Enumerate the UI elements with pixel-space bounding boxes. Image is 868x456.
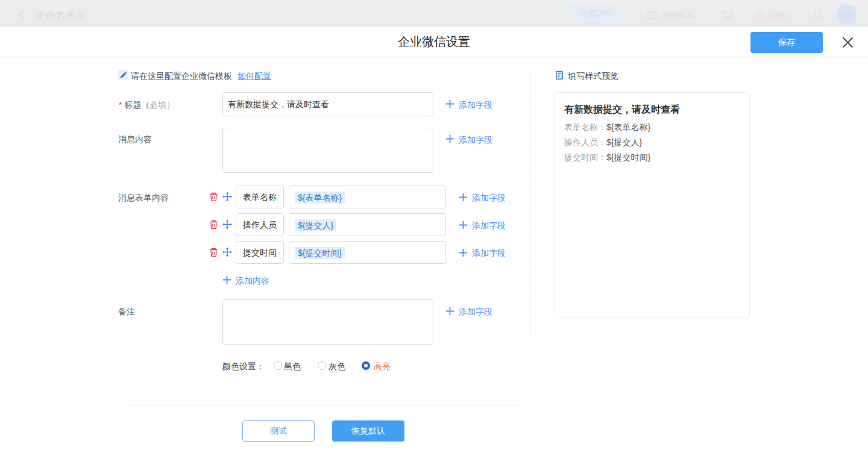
svg-text:?: ? bbox=[759, 13, 762, 19]
